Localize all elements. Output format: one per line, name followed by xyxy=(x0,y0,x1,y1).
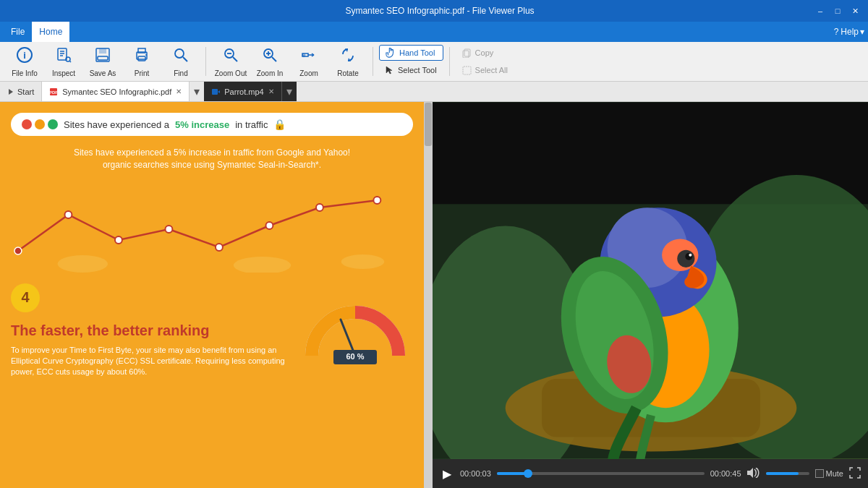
volume-icon[interactable] xyxy=(747,468,760,480)
progress-thumb[interactable] xyxy=(524,469,532,478)
select-all-button[interactable]: Select All xyxy=(456,62,514,78)
dot-orange xyxy=(35,119,45,129)
zoom-in-button[interactable]: Zoom In xyxy=(251,44,289,79)
mute-checkbox[interactable] xyxy=(815,469,824,478)
svg-line-19 xyxy=(233,57,237,61)
minimize-button[interactable]: – xyxy=(814,5,826,17)
menu-file[interactable]: File xyxy=(4,22,32,42)
tool-group-zoom: Zoom Out Zoom In ⊕ xyxy=(212,44,367,79)
zoom-in-icon xyxy=(261,46,278,68)
inspect-button[interactable]: Inspect xyxy=(45,44,82,79)
svg-point-15 xyxy=(175,49,184,58)
play-button[interactable]: ▶ xyxy=(440,467,454,481)
svg-point-46 xyxy=(58,255,109,273)
svg-point-66 xyxy=(689,254,692,257)
pdf-tab-dropdown[interactable]: ▾ xyxy=(190,82,204,101)
print-button[interactable]: Print xyxy=(123,44,161,79)
zoom-button[interactable]: ⊕ Zoom xyxy=(290,44,328,79)
find-button[interactable]: Find xyxy=(162,44,200,79)
video-tab[interactable]: Parrot.mp4 ✕ xyxy=(204,82,281,101)
copy-button[interactable]: Copy xyxy=(456,45,514,61)
window-controls: – □ ✕ xyxy=(814,5,861,17)
traffic-light-dots xyxy=(22,119,58,129)
find-icon xyxy=(172,46,190,68)
toolbar-separator-2 xyxy=(373,47,373,76)
svg-point-41 xyxy=(165,226,172,233)
select-icon xyxy=(386,66,394,74)
svg-point-40 xyxy=(115,236,122,244)
svg-line-7 xyxy=(70,61,72,62)
svg-marker-70 xyxy=(747,468,753,478)
dot-red xyxy=(22,119,32,129)
svg-text:i: i xyxy=(23,50,26,61)
svg-text:60 %: 60 % xyxy=(346,352,364,361)
video-player: ▶ 00:00:03 00:00:45 Mute xyxy=(433,102,868,488)
toolbar-separator-1 xyxy=(205,47,206,76)
zoom-out-button[interactable]: Zoom Out xyxy=(212,44,250,79)
total-time: 00:00:45 xyxy=(710,469,741,478)
hand-tool-button[interactable]: Hand Tool xyxy=(379,45,443,61)
parrot-image xyxy=(433,102,868,459)
menu-help[interactable]: ? Help ▾ xyxy=(834,27,864,37)
svg-rect-10 xyxy=(98,56,108,60)
video-tab-close[interactable]: ✕ xyxy=(268,87,274,95)
infographic-content: Sites have experienced a 5% increase in … xyxy=(0,102,424,488)
tab-bar: Start PDF Symantec SEO Infographic.pdf ✕… xyxy=(0,82,868,102)
help-dropdown-icon: ▾ xyxy=(860,27,864,37)
title-bar: Symantec SEO Infographic.pdf - File View… xyxy=(0,0,868,22)
mute-button[interactable]: Mute xyxy=(815,469,843,478)
fullscreen-button[interactable] xyxy=(849,467,861,481)
svg-line-23 xyxy=(272,57,276,61)
print-icon xyxy=(133,46,150,68)
banner-text-prefix: Sites have experienced a xyxy=(64,119,169,130)
video-tab-dropdown[interactable]: ▾ xyxy=(282,82,297,101)
pdf-scroll-thumb[interactable] xyxy=(425,103,432,146)
file-info-button[interactable]: i File Info xyxy=(6,44,43,79)
dot-green xyxy=(48,119,58,129)
svg-point-45 xyxy=(373,197,380,204)
svg-point-48 xyxy=(341,254,385,269)
svg-point-47 xyxy=(234,257,291,273)
svg-rect-9 xyxy=(99,48,106,53)
maximize-button[interactable]: □ xyxy=(832,5,843,17)
main-content: Sites have experienced a 5% increase in … xyxy=(0,102,868,488)
volume-bar[interactable] xyxy=(766,472,809,475)
section-title: The faster, the better ranking xyxy=(11,322,286,339)
svg-rect-2 xyxy=(58,48,67,60)
menu-bar: File Home ? Help ▾ xyxy=(0,22,868,42)
save-as-button[interactable]: Save As xyxy=(84,44,122,79)
tool-group-main: i File Info Inspect xyxy=(6,44,200,79)
select-tool-button[interactable]: Select Tool xyxy=(379,62,443,78)
svg-rect-13 xyxy=(138,56,145,61)
file-info-icon: i xyxy=(16,46,33,68)
svg-point-39 xyxy=(64,211,72,218)
gauge-container: 60 % xyxy=(297,283,413,373)
chart-svg xyxy=(11,186,413,273)
pdf-tab[interactable]: PDF Symantec SEO Infographic.pdf ✕ xyxy=(42,82,190,101)
lock-icon: 🔒 xyxy=(273,119,286,130)
menu-home[interactable]: Home xyxy=(32,22,69,42)
pdf-viewer: Sites have experienced a 5% increase in … xyxy=(0,102,433,488)
svg-point-38 xyxy=(14,247,22,254)
zoom-icon: ⊕ xyxy=(300,46,318,68)
banner-text-suffix: in traffic xyxy=(235,119,268,130)
banner-highlight: 5% increase xyxy=(175,119,229,130)
svg-point-42 xyxy=(216,244,223,251)
close-button[interactable]: ✕ xyxy=(849,5,861,17)
current-time: 00:00:03 xyxy=(460,469,491,478)
toolbar: i File Info Inspect xyxy=(0,42,868,82)
progress-bar[interactable] xyxy=(497,472,705,475)
pdf-scrollbar[interactable] xyxy=(424,102,433,488)
parrot-svg xyxy=(433,102,868,459)
copy-tools-group: Copy Select All xyxy=(456,45,514,78)
svg-marker-37 xyxy=(218,90,220,93)
svg-marker-29 xyxy=(386,67,392,74)
svg-marker-33 xyxy=(9,89,13,95)
pdf-tab-close[interactable]: ✕ xyxy=(176,87,182,95)
start-tab[interactable]: Start xyxy=(0,82,42,101)
rotate-button[interactable]: Rotate xyxy=(329,44,367,79)
section-number-badge: 4 xyxy=(11,283,40,312)
zoom-out-icon xyxy=(222,46,239,68)
play-icon xyxy=(7,88,14,95)
video-tab-icon xyxy=(211,87,220,96)
